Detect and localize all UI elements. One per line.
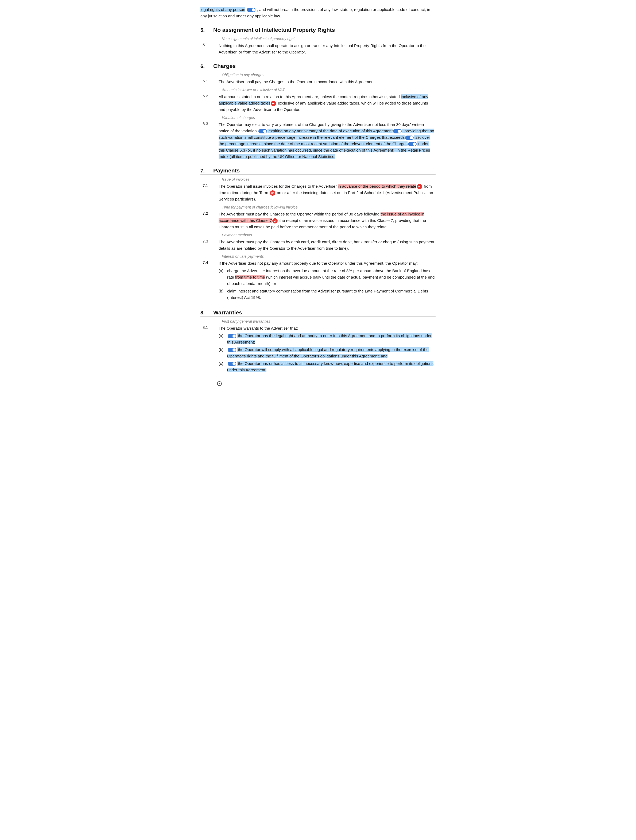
- list-item-label: (a): [219, 333, 225, 346]
- clause-row: 7.1The Operator shall issue invoices for…: [200, 183, 436, 202]
- list-item: (b)claim interest and statutory compensa…: [219, 288, 436, 301]
- list-item: (a) the Operator has the legal right and…: [219, 333, 436, 346]
- list-item-content: the Operator has or has access to all ne…: [227, 360, 436, 373]
- clause-number: 6.1: [200, 79, 216, 85]
- list-item-content: charge the Advertiser interest on the ov…: [227, 268, 436, 287]
- toggle-switch[interactable]: [408, 142, 417, 146]
- clause-row: 7.2The Advertiser must pay the Charges t…: [200, 211, 436, 230]
- list-item-content: the Operator will comply with all applic…: [227, 346, 436, 359]
- section-number: 8.: [200, 310, 209, 316]
- clause-body: Nothing in this Agreement shall operate …: [219, 43, 436, 55]
- clause-row: 5.1Nothing in this Agreement shall opera…: [200, 43, 436, 55]
- sub-heading: Payment methods: [222, 233, 436, 237]
- section-title: No assignment of Intellectual Property R…: [213, 27, 335, 33]
- sub-heading: Interest on late payments: [222, 254, 436, 259]
- toggle-switch[interactable]: [228, 362, 236, 366]
- sub-heading: Obligation to pay charges: [222, 73, 436, 77]
- toggle-inline[interactable]: [247, 8, 255, 12]
- clause-body: All amounts stated in or in relation to …: [219, 93, 436, 113]
- clause-number: 7.1: [200, 183, 216, 202]
- highlight-red: in advance of the period to which they r…: [338, 184, 416, 188]
- section-number: 5.: [200, 27, 209, 33]
- clause-number: 6.3: [200, 122, 216, 160]
- list-item-label: (c): [219, 360, 225, 373]
- crosshair-icon: [216, 383, 222, 387]
- clause-row: 7.3The Advertiser must pay the Charges b…: [200, 239, 436, 251]
- list-item-label: (b): [219, 288, 225, 301]
- section-title: Charges: [213, 63, 236, 69]
- toggle-switch[interactable]: [228, 348, 236, 352]
- clause-row: 7.4If the Advertiser does not pay any am…: [200, 260, 436, 302]
- highlight-blue: the Operator has the legal right and aut…: [227, 333, 431, 344]
- section-title: Warranties: [213, 309, 242, 316]
- list-item: (c) the Operator has or has access to al…: [219, 360, 436, 373]
- highlight-blue: the Operator has or has access to all ne…: [227, 361, 433, 372]
- list-item-label: (b): [219, 346, 225, 359]
- clause-body: The Advertiser must pay the Charges to t…: [219, 211, 436, 230]
- clause-number: 7.2: [200, 211, 216, 230]
- sub-heading: No assignments of intellectual property …: [222, 36, 436, 41]
- toggle-switch[interactable]: [258, 129, 267, 133]
- section-title: Payments: [213, 167, 240, 174]
- list-item: (a)charge the Advertiser interest on the…: [219, 268, 436, 287]
- clause-body: The Operator warrants to the Advertiser …: [219, 325, 436, 374]
- hl-legal-rights: legal rights of any person: [200, 7, 245, 12]
- section-number: 6.: [200, 63, 209, 69]
- clause-row: 6.3The Operator may elect to vary any el…: [200, 122, 436, 160]
- sub-heading: Issue of invoices: [222, 177, 436, 182]
- or-badge: or: [272, 218, 278, 224]
- section-heading: 6.Charges: [200, 63, 436, 70]
- sub-heading: Time for payment of charges following in…: [222, 205, 436, 209]
- clause-number: 6.2: [200, 93, 216, 113]
- clause-number: 7.3: [200, 239, 216, 251]
- section-number: 7.: [200, 168, 209, 174]
- clause-row: 8.1The Operator warrants to the Advertis…: [200, 325, 436, 374]
- svg-point-1: [219, 383, 220, 384]
- or-badge: or: [271, 101, 276, 106]
- clause-number: 7.4: [200, 260, 216, 302]
- highlight-blue: the Operator will comply with all applic…: [227, 347, 429, 358]
- highlight-red: the issue of an invoice in accordance wi…: [219, 212, 424, 223]
- sub-heading: Variation of charges: [222, 115, 436, 120]
- sub-heading: Amounts inclusive or exclusive of VAT: [222, 88, 436, 92]
- clause-row: 6.2All amounts stated in or in relation …: [200, 93, 436, 113]
- sections-container: 5.No assignment of Intellectual Property…: [200, 27, 436, 374]
- clause-row: 6.1The Advertiser shall pay the Charges …: [200, 79, 436, 85]
- top-bar-text: legal rights of any person , and will no…: [200, 6, 436, 19]
- toggle-switch[interactable]: [405, 136, 414, 140]
- or-badge: or: [270, 190, 275, 196]
- clause-body: The Operator shall issue invoices for th…: [219, 183, 436, 202]
- clause-number: 8.1: [200, 325, 216, 374]
- toggle-switch[interactable]: [228, 334, 236, 338]
- clause-body: The Advertiser must pay the Charges by d…: [219, 239, 436, 251]
- toggle-switch[interactable]: [393, 129, 401, 133]
- clause-body: The Advertiser shall pay the Charges to …: [219, 79, 436, 85]
- list-item-content: claim interest and statutory compensatio…: [227, 288, 436, 301]
- section-heading: 7.Payments: [200, 167, 436, 175]
- sub-heading: First party general warranties: [222, 319, 436, 324]
- clause-number: 5.1: [200, 43, 216, 55]
- section-heading: 5.No assignment of Intellectual Property…: [200, 27, 436, 34]
- or-badge: or: [417, 184, 422, 189]
- section-heading: 8.Warranties: [200, 309, 436, 317]
- highlight-red: from time to time: [235, 275, 265, 279]
- highlight-blue: expiring on any anniversary of the date …: [268, 129, 393, 133]
- clause-body: If the Advertiser does not pay any amoun…: [219, 260, 436, 302]
- footer: [200, 381, 436, 387]
- list-item-label: (a): [219, 268, 225, 287]
- list-item-content: the Operator has the legal right and aut…: [227, 333, 436, 346]
- clause-body: The Operator may elect to vary any eleme…: [219, 122, 436, 160]
- list-item: (b) the Operator will comply with all ap…: [219, 346, 436, 359]
- highlight-blue: inclusive of any applicable value added …: [219, 95, 428, 105]
